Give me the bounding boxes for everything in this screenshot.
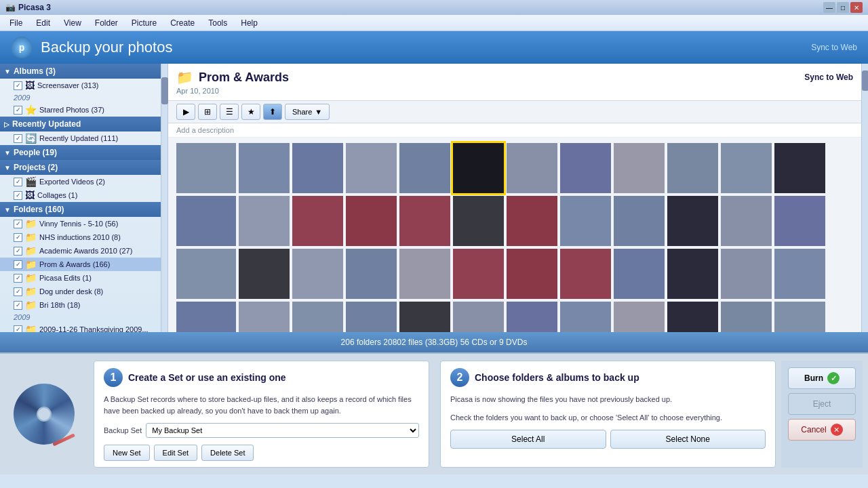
photo-thumb[interactable] (560, 249, 611, 299)
photo-thumb[interactable] (614, 302, 665, 332)
photo-thumb[interactable] (453, 143, 504, 193)
play-button[interactable]: ▶ (176, 104, 195, 120)
photo-thumb[interactable] (176, 196, 236, 246)
photo-thumb[interactable] (176, 143, 236, 193)
sidebar-albums-header[interactable]: ▼ Albums (3) (0, 64, 161, 79)
sidebar-item-picasa-edits[interactable]: ✓ 📁 Picasa Edits (1) (0, 271, 161, 285)
photo-thumb[interactable] (774, 196, 825, 246)
sidebar-item-collages[interactable]: ✓ 🖼 Collages (1) (0, 188, 161, 202)
photo-thumb[interactable] (346, 249, 397, 299)
upload-button[interactable]: ⬆ (263, 104, 282, 120)
sidebar-item-exported-videos[interactable]: ✓ 🎬 Exported Videos (2) (0, 175, 161, 188)
photo-thumb[interactable] (239, 143, 290, 193)
photo-thumb[interactable] (721, 143, 772, 193)
grid-view-button[interactable]: ⊞ (198, 104, 217, 120)
sidebar-item-recently-updated[interactable]: ✓ 🔄 Recently Updated (111) (0, 131, 161, 145)
menu-edit[interactable]: Edit (29, 17, 57, 29)
sidebar-item-academic[interactable]: ✓ 📁 Academic Awards 2010 (27) (0, 244, 161, 258)
new-set-button[interactable]: New Set (104, 445, 150, 461)
list-view-button[interactable]: ☰ (220, 104, 239, 120)
sidebar-folders-header[interactable]: ▼ Folders (160) (0, 202, 161, 217)
nhs-checkbox[interactable]: ✓ (14, 233, 22, 242)
photo-thumb[interactable] (292, 302, 343, 332)
cancel-button[interactable]: Cancel ✕ (788, 419, 856, 441)
sync-web-link[interactable]: Sync to Web (804, 73, 853, 82)
description-area[interactable]: Add a description (168, 123, 861, 138)
sidebar-people-header[interactable]: ▼ People (19) (0, 145, 161, 160)
sidebar-item-prom[interactable]: ✓ 📁 Prom & Awards (166) (0, 258, 161, 271)
photo-thumb[interactable] (453, 249, 504, 299)
eject-button[interactable]: Eject (788, 393, 856, 415)
photo-thumb[interactable] (292, 143, 343, 193)
menu-file[interactable]: File (3, 17, 29, 29)
delete-set-button[interactable]: Delete Set (201, 445, 254, 461)
dog-checkbox[interactable]: ✓ (14, 287, 22, 296)
photo-thumb[interactable] (399, 196, 450, 246)
edit-set-button[interactable]: Edit Set (154, 445, 198, 461)
photo-thumb[interactable] (399, 249, 450, 299)
sidebar-item-nhs[interactable]: ✓ 📁 NHS inductions 2010 (8) (0, 230, 161, 244)
maximize-button[interactable]: □ (837, 2, 849, 13)
bri-checkbox[interactable]: ✓ (14, 301, 22, 310)
close-button[interactable]: ✕ (850, 2, 863, 13)
photo-thumb[interactable] (176, 302, 236, 332)
thanksgiving-checkbox[interactable]: ✓ (14, 325, 22, 333)
photo-thumb[interactable] (774, 249, 825, 299)
select-none-button[interactable]: Select None (610, 430, 766, 449)
photo-thumb[interactable] (453, 196, 504, 246)
photo-thumb[interactable] (239, 302, 290, 332)
menu-picture[interactable]: Picture (125, 17, 163, 29)
photo-thumb[interactable] (721, 249, 772, 299)
sidebar-item-thanksgiving[interactable]: ✓ 📁 2009-11-26 Thanksgiving 2009... (0, 323, 161, 332)
photo-thumb[interactable] (667, 249, 718, 299)
photo-thumb[interactable] (507, 302, 557, 332)
sidebar-scrollbar[interactable] (161, 64, 168, 332)
photo-thumb[interactable] (239, 249, 290, 299)
menu-create[interactable]: Create (163, 17, 201, 29)
photo-thumb[interactable] (507, 196, 557, 246)
photo-thumb[interactable] (560, 302, 611, 332)
minimize-button[interactable]: — (823, 2, 835, 13)
vinny-checkbox[interactable]: ✓ (14, 220, 22, 228)
prom-checkbox[interactable]: ✓ (14, 260, 22, 269)
sidebar-recently-updated-header[interactable]: ▷ Recently Updated (0, 117, 161, 131)
sidebar-item-screensaver[interactable]: ✓ 🖼 Screensaver (313) (0, 79, 161, 92)
photo-thumb[interactable] (560, 143, 611, 193)
picasa-edits-checkbox[interactable]: ✓ (14, 274, 22, 283)
backup-set-select[interactable]: My Backup Set (146, 423, 419, 438)
photo-thumb[interactable] (614, 196, 665, 246)
photo-thumb[interactable] (239, 196, 290, 246)
screensaver-checkbox[interactable]: ✓ (14, 81, 22, 90)
photo-thumb[interactable] (507, 249, 557, 299)
sidebar-item-bri[interactable]: ✓ 📁 Bri 18th (18) (0, 298, 161, 312)
photo-thumb[interactable] (560, 196, 611, 246)
photo-thumb[interactable] (453, 302, 504, 332)
photo-thumb[interactable] (292, 196, 343, 246)
photo-thumb[interactable] (346, 302, 397, 332)
photo-thumb[interactable] (399, 302, 450, 332)
collages-checkbox[interactable]: ✓ (14, 191, 22, 200)
photo-thumb[interactable] (346, 196, 397, 246)
photo-thumb[interactable] (721, 196, 772, 246)
star-button[interactable]: ★ (241, 104, 260, 120)
sync-to-web-button[interactable]: Sync to Web (811, 43, 857, 52)
photo-thumb[interactable] (667, 302, 718, 332)
sidebar-item-starred[interactable]: ✓ ⭐ Starred Photos (37) (0, 103, 161, 117)
recently-updated-checkbox[interactable]: ✓ (14, 134, 22, 143)
content-scrollbar-thumb[interactable] (862, 70, 868, 91)
sidebar-item-dog[interactable]: ✓ 📁 Dog under desk (8) (0, 285, 161, 298)
academic-checkbox[interactable]: ✓ (14, 247, 22, 256)
menu-help[interactable]: Help (234, 17, 264, 29)
photo-thumb[interactable] (507, 143, 557, 193)
menu-view[interactable]: View (57, 17, 88, 29)
photo-thumb[interactable] (667, 143, 718, 193)
exported-videos-checkbox[interactable]: ✓ (14, 178, 22, 186)
burn-button[interactable]: Burn ✓ (788, 367, 856, 389)
sidebar-projects-header[interactable]: ▼ Projects (2) (0, 160, 161, 175)
photo-thumb[interactable] (774, 143, 825, 193)
photo-thumb[interactable] (399, 143, 450, 193)
sidebar-scrollbar-thumb[interactable] (161, 77, 168, 104)
photo-thumb[interactable] (346, 143, 397, 193)
starred-checkbox[interactable]: ✓ (14, 106, 22, 115)
photo-thumb[interactable] (176, 249, 236, 299)
